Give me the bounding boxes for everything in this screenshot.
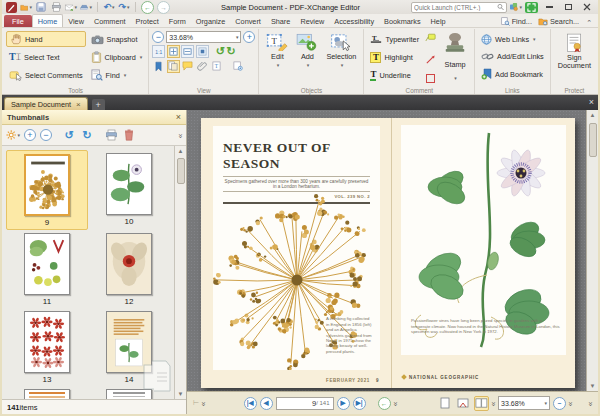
first-page-button[interactable]: |◀ <box>244 397 257 410</box>
view-history-more[interactable]: » <box>391 401 400 404</box>
single-page-view-button[interactable] <box>438 396 453 411</box>
tab-view[interactable]: View <box>63 15 89 27</box>
tab-protect[interactable]: Protect <box>131 15 164 27</box>
quick-launch-input[interactable] <box>414 4 495 11</box>
clipboard-button[interactable]: Clipboard <box>88 49 146 65</box>
tab-help[interactable]: Help <box>426 15 451 27</box>
minimize-button[interactable] <box>541 2 557 13</box>
email-button[interactable] <box>65 2 77 13</box>
tab-form[interactable]: Form <box>164 15 191 27</box>
close-thumbnails-panel-button[interactable]: × <box>176 112 181 122</box>
document-scrollbar[interactable]: ▲ ▼ <box>586 110 598 391</box>
bookmarks-pane-button[interactable] <box>152 60 165 73</box>
stamp-button[interactable]: Stamp <box>439 31 471 83</box>
callout-tool-button[interactable] <box>424 31 437 44</box>
document-tab[interactable]: Sample Document × <box>4 97 88 110</box>
fit-visible-icon[interactable] <box>196 45 209 58</box>
zoom-out-button[interactable]: − <box>152 31 164 43</box>
rectangle-tool-button[interactable] <box>426 74 435 83</box>
search-button[interactable]: Search... <box>535 16 582 27</box>
thumbnail-page-9[interactable]: 9 <box>6 150 88 230</box>
thumbnails-zoom-in-button[interactable]: + <box>24 129 36 141</box>
web-links-button[interactable]: Web Links <box>478 31 547 47</box>
attachments-pane-button[interactable] <box>196 60 209 73</box>
delete-pages-button[interactable] <box>122 128 136 142</box>
thumbnails-more-button[interactable]: » <box>176 133 185 136</box>
tab-share[interactable]: Share <box>266 15 295 27</box>
fit-width-icon[interactable] <box>181 45 194 58</box>
hand-tool-button[interactable]: Hand <box>6 31 86 47</box>
thumbnail-page-10[interactable]: 10 <box>88 150 170 230</box>
tab-home[interactable]: Home <box>32 14 63 27</box>
thumbnail-page-13[interactable]: 13 <box>6 308 88 386</box>
splitter-grip[interactable]: ⊢ <box>193 399 199 407</box>
scan-button[interactable] <box>80 2 92 13</box>
save-button[interactable] <box>35 2 47 13</box>
thumbnails-zoom-out-button[interactable]: − <box>40 129 52 141</box>
zoom-in-button[interactable]: + <box>243 31 255 43</box>
add-bookmark-button[interactable]: Add Bookmark <box>478 66 547 82</box>
undo-button[interactable]: ↶ <box>103 2 115 13</box>
tab-comment[interactable]: Comment <box>89 15 131 27</box>
close-pane-button[interactable]: × <box>589 97 594 107</box>
select-comments-button[interactable]: Select Comments <box>6 67 86 83</box>
fit-page-icon[interactable] <box>167 45 180 58</box>
thumbnail-page-15-partial[interactable] <box>6 386 88 399</box>
tab-file[interactable]: File <box>4 15 32 27</box>
comments-pane-button[interactable] <box>181 60 194 73</box>
close-tab-icon[interactable]: × <box>76 100 81 109</box>
fit-page-view-button[interactable] <box>456 396 471 411</box>
scroll-down-icon[interactable]: ▼ <box>590 381 596 391</box>
two-page-view-button[interactable] <box>474 396 489 411</box>
find-button[interactable]: Find... <box>498 16 535 27</box>
scroll-up-icon[interactable]: ▲ <box>178 146 184 156</box>
select-text-button[interactable]: T⌶ Select Text <box>6 49 86 65</box>
redo-button[interactable]: ↷ <box>118 2 130 13</box>
new-tab-button[interactable]: + <box>92 99 105 110</box>
thumbnail-page-11[interactable]: 11 <box>6 230 88 308</box>
zoom-more-button[interactable]: » <box>566 401 575 404</box>
tab-accessibility[interactable]: Accessibility <box>329 15 379 27</box>
pane-options-button[interactable] <box>231 60 244 73</box>
arrow-tool-button[interactable] <box>424 53 437 66</box>
scroll-up-icon[interactable]: ▲ <box>590 110 596 120</box>
scrollbar-thumb[interactable] <box>589 123 597 157</box>
add-edit-links-button[interactable]: Add/Edit Links <box>478 49 547 65</box>
previous-view-button[interactable]: ← <box>378 397 391 410</box>
open-file-button[interactable] <box>20 2 32 13</box>
statusbar-more-left[interactable]: » <box>199 401 208 404</box>
thumbnails-scrollbar[interactable]: ▲ ▼ <box>174 146 186 399</box>
statusbar-zoom-out-button[interactable]: − <box>553 397 566 410</box>
forward-view-button[interactable]: → <box>157 1 170 14</box>
tab-bookmarks[interactable]: Bookmarks <box>379 15 426 27</box>
thumbnails-pane-button[interactable] <box>167 60 180 73</box>
rotate-cw-button[interactable]: ↻ <box>227 46 236 57</box>
collapse-ribbon-button[interactable]: ⌃ <box>582 19 596 27</box>
find-tool-button[interactable]: Find <box>88 67 146 83</box>
actual-size-icon[interactable]: 1:1 <box>152 45 165 58</box>
close-button[interactable] <box>579 2 595 13</box>
statusbar-zoom-combobox[interactable]: 33.68% <box>498 396 550 410</box>
thumbnails-options-button[interactable] <box>6 128 20 142</box>
rotate-ccw-button[interactable]: ↺ <box>216 46 225 57</box>
print-button[interactable] <box>50 2 62 13</box>
edit-object-button[interactable]: T Edit <box>262 31 292 83</box>
back-view-button[interactable]: ← <box>141 1 154 14</box>
tab-organize[interactable]: Organize <box>191 15 231 27</box>
add-object-button[interactable]: Add <box>292 31 322 83</box>
tab-review[interactable]: Review <box>295 15 329 27</box>
print-pages-button[interactable] <box>104 128 118 142</box>
previous-page-button[interactable]: ◀ <box>260 397 273 410</box>
scrollbar-thumb[interactable] <box>177 158 185 184</box>
rotate-cw-page-button[interactable]: ↻ <box>80 128 94 142</box>
typewriter-button[interactable]: T Typewriter <box>367 31 422 47</box>
last-page-button[interactable]: ▶| <box>353 397 366 410</box>
ribbon-zoom-combobox[interactable]: 33.68% <box>166 31 241 43</box>
layout-more-button[interactable]: » <box>489 401 498 404</box>
next-page-button[interactable]: ▶ <box>337 397 350 410</box>
snapshot-button[interactable]: Snapshot <box>88 31 146 47</box>
fullscreen-button[interactable] <box>525 2 538 13</box>
fields-pane-button[interactable]: T <box>210 60 223 73</box>
sign-document-button[interactable]: Sign Document <box>554 31 595 73</box>
page-number-field[interactable]: 9/ 141 <box>276 397 334 410</box>
